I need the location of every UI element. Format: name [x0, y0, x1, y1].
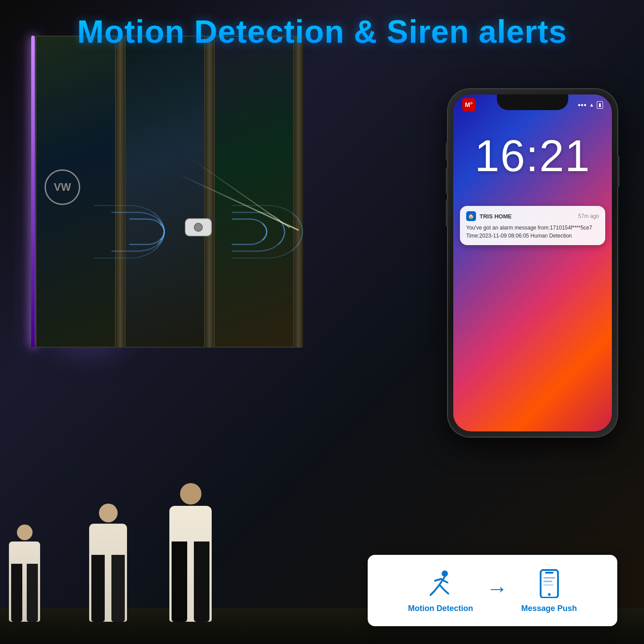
- message-push-label: Message Push: [521, 604, 577, 613]
- notification-time: 57m ago: [578, 213, 599, 219]
- message-push-item: Message Push: [521, 568, 577, 613]
- pillar-3: [294, 36, 303, 348]
- camera-lens: [194, 223, 203, 232]
- pillar-2: [205, 36, 214, 348]
- motion-detection-item: Motion Detection: [408, 568, 473, 613]
- light-strip: [31, 36, 35, 348]
- person-1-leg-left: [11, 564, 22, 622]
- camera-body: [185, 218, 212, 236]
- phone-mute-button: [446, 143, 448, 160]
- phone-volume-up-button: [446, 167, 448, 194]
- person-2-head: [99, 504, 118, 522]
- motion-detection-label: Motion Detection: [408, 604, 473, 613]
- phone-power-button: [617, 156, 619, 187]
- person-2-body: [89, 524, 127, 622]
- wave-right-3: [232, 205, 303, 258]
- phone-mockup: M° ●●● ▲ ▮ 16:21 🏠 TRIS HOME 57m ago You…: [448, 89, 617, 437]
- svg-line-5: [431, 591, 434, 595]
- person-1: [9, 525, 40, 622]
- arrow-icon: →: [486, 576, 508, 601]
- phone-app-icon: M°: [462, 98, 476, 111]
- runner-svg: [426, 569, 455, 598]
- person-1-head: [17, 525, 33, 540]
- main-title: Motion Detection & Siren alerts: [77, 13, 567, 50]
- svg-line-4: [434, 585, 439, 591]
- battery-icon: ▮: [597, 101, 603, 109]
- status-icons: ●●● ▲ ▮: [578, 101, 603, 109]
- svg-rect-12: [543, 581, 552, 582]
- svg-rect-9: [545, 572, 554, 574]
- pillar-1: [116, 36, 125, 348]
- phone-clock: 16:21: [453, 130, 612, 181]
- notification-header: 🏠 TRIS HOME 57m ago: [466, 211, 599, 221]
- phone-screen: M° ●●● ▲ ▮ 16:21 🏠 TRIS HOME 57m ago You…: [453, 94, 612, 431]
- person-3-leg-right: [194, 541, 209, 622]
- camera-area: [165, 205, 232, 250]
- svg-line-6: [439, 585, 445, 591]
- vw-logo: VW: [45, 169, 80, 205]
- notification-body-line2: Time:2023-11-09 08:06:05 Human Detection: [466, 232, 599, 240]
- person-3: [169, 483, 212, 622]
- phone-volume-down-button: [446, 200, 448, 226]
- svg-point-10: [548, 593, 550, 596]
- phone-outer: M° ●●● ▲ ▮ 16:21 🏠 TRIS HOME 57m ago You…: [448, 89, 617, 437]
- phone-notification: 🏠 TRIS HOME 57m ago You've got an alarm …: [460, 206, 605, 245]
- svg-rect-11: [543, 577, 555, 578]
- person-1-body: [9, 541, 40, 622]
- svg-line-7: [445, 591, 448, 594]
- notification-body: You've got an alarm message from:1710154…: [466, 224, 599, 240]
- wave-left-3: [94, 205, 165, 258]
- svg-point-0: [442, 570, 448, 577]
- svg-line-3: [435, 579, 441, 581]
- person-2: [89, 504, 127, 622]
- phone-status-bar: M° ●●● ▲ ▮: [462, 98, 603, 111]
- person-3-body: [169, 506, 212, 622]
- person-2-leg-left: [91, 555, 105, 622]
- notification-app-icon: 🏠: [466, 211, 476, 221]
- signal-icon: ●●●: [578, 102, 587, 107]
- person-3-head: [180, 483, 201, 505]
- person-3-leg-left: [172, 541, 187, 622]
- info-box: Motion Detection → Message Push: [368, 555, 617, 626]
- phone-svg: [537, 569, 562, 598]
- notification-body-line1: You've got an alarm message from:1710154…: [466, 224, 599, 232]
- glass-panel-2: [125, 36, 205, 348]
- glass-panel-3: [214, 36, 294, 348]
- person-2-leg-right: [111, 555, 125, 622]
- svg-rect-13: [543, 584, 554, 586]
- svg-line-2: [442, 580, 447, 582]
- message-push-icon: [533, 568, 565, 599]
- motion-detection-icon: [425, 568, 456, 599]
- notification-app-name: TRIS HOME: [480, 213, 574, 220]
- wifi-icon: ▲: [589, 102, 594, 107]
- person-1-leg-right: [27, 564, 38, 622]
